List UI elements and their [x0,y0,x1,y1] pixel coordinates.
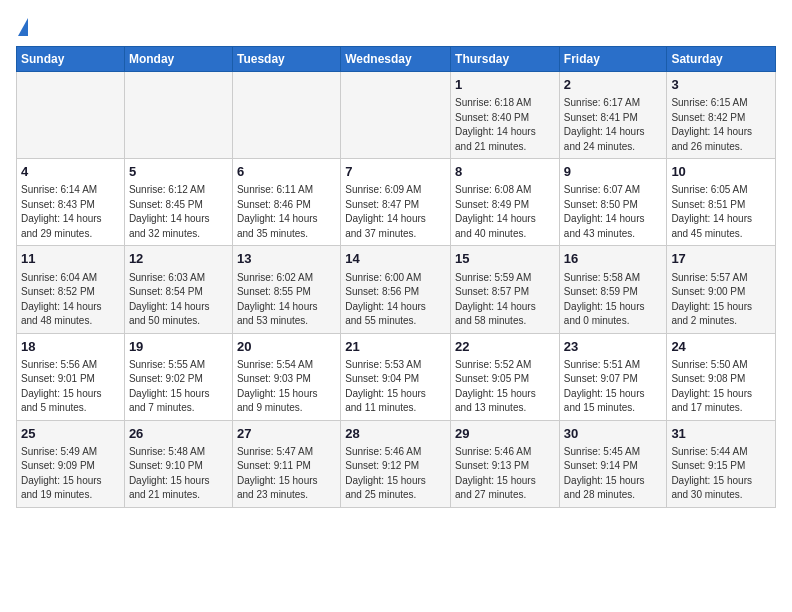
day-number: 24 [671,338,771,356]
calendar-cell: 12Sunrise: 6:03 AM Sunset: 8:54 PM Dayli… [124,246,232,333]
logo-triangle-icon [18,18,28,36]
day-number: 20 [237,338,336,356]
calendar-cell [124,72,232,159]
col-header-monday: Monday [124,47,232,72]
day-info: Sunrise: 5:50 AM Sunset: 9:08 PM Dayligh… [671,358,771,416]
day-number: 3 [671,76,771,94]
day-number: 4 [21,163,120,181]
calendar-cell: 18Sunrise: 5:56 AM Sunset: 9:01 PM Dayli… [17,333,125,420]
col-header-thursday: Thursday [451,47,560,72]
calendar-cell: 21Sunrise: 5:53 AM Sunset: 9:04 PM Dayli… [341,333,451,420]
day-number: 26 [129,425,228,443]
day-info: Sunrise: 6:09 AM Sunset: 8:47 PM Dayligh… [345,183,446,241]
calendar-week-1: 1Sunrise: 6:18 AM Sunset: 8:40 PM Daylig… [17,72,776,159]
calendar-cell: 5Sunrise: 6:12 AM Sunset: 8:45 PM Daylig… [124,159,232,246]
calendar-cell: 16Sunrise: 5:58 AM Sunset: 8:59 PM Dayli… [559,246,667,333]
day-number: 15 [455,250,555,268]
calendar-cell: 10Sunrise: 6:05 AM Sunset: 8:51 PM Dayli… [667,159,776,246]
calendar-cell: 14Sunrise: 6:00 AM Sunset: 8:56 PM Dayli… [341,246,451,333]
calendar-cell: 27Sunrise: 5:47 AM Sunset: 9:11 PM Dayli… [232,420,340,507]
day-number: 14 [345,250,446,268]
day-number: 5 [129,163,228,181]
day-info: Sunrise: 5:44 AM Sunset: 9:15 PM Dayligh… [671,445,771,503]
calendar-cell: 11Sunrise: 6:04 AM Sunset: 8:52 PM Dayli… [17,246,125,333]
day-info: Sunrise: 5:48 AM Sunset: 9:10 PM Dayligh… [129,445,228,503]
calendar-week-3: 11Sunrise: 6:04 AM Sunset: 8:52 PM Dayli… [17,246,776,333]
logo [16,16,28,36]
day-info: Sunrise: 5:53 AM Sunset: 9:04 PM Dayligh… [345,358,446,416]
calendar-cell: 1Sunrise: 6:18 AM Sunset: 8:40 PM Daylig… [451,72,560,159]
calendar-cell: 8Sunrise: 6:08 AM Sunset: 8:49 PM Daylig… [451,159,560,246]
calendar-week-5: 25Sunrise: 5:49 AM Sunset: 9:09 PM Dayli… [17,420,776,507]
day-info: Sunrise: 5:46 AM Sunset: 9:13 PM Dayligh… [455,445,555,503]
day-number: 28 [345,425,446,443]
day-number: 8 [455,163,555,181]
calendar-cell: 3Sunrise: 6:15 AM Sunset: 8:42 PM Daylig… [667,72,776,159]
day-info: Sunrise: 6:02 AM Sunset: 8:55 PM Dayligh… [237,271,336,329]
day-info: Sunrise: 6:12 AM Sunset: 8:45 PM Dayligh… [129,183,228,241]
calendar-cell: 30Sunrise: 5:45 AM Sunset: 9:14 PM Dayli… [559,420,667,507]
col-header-friday: Friday [559,47,667,72]
day-info: Sunrise: 5:45 AM Sunset: 9:14 PM Dayligh… [564,445,663,503]
calendar-cell: 20Sunrise: 5:54 AM Sunset: 9:03 PM Dayli… [232,333,340,420]
day-info: Sunrise: 5:59 AM Sunset: 8:57 PM Dayligh… [455,271,555,329]
day-info: Sunrise: 5:52 AM Sunset: 9:05 PM Dayligh… [455,358,555,416]
day-info: Sunrise: 5:49 AM Sunset: 9:09 PM Dayligh… [21,445,120,503]
day-info: Sunrise: 5:51 AM Sunset: 9:07 PM Dayligh… [564,358,663,416]
day-number: 22 [455,338,555,356]
calendar-cell: 17Sunrise: 5:57 AM Sunset: 9:00 PM Dayli… [667,246,776,333]
day-number: 17 [671,250,771,268]
day-number: 25 [21,425,120,443]
day-number: 16 [564,250,663,268]
calendar-cell: 6Sunrise: 6:11 AM Sunset: 8:46 PM Daylig… [232,159,340,246]
day-number: 27 [237,425,336,443]
day-number: 11 [21,250,120,268]
calendar-cell: 9Sunrise: 6:07 AM Sunset: 8:50 PM Daylig… [559,159,667,246]
day-number: 7 [345,163,446,181]
calendar-table: SundayMondayTuesdayWednesdayThursdayFrid… [16,46,776,508]
day-number: 19 [129,338,228,356]
day-number: 21 [345,338,446,356]
calendar-cell: 31Sunrise: 5:44 AM Sunset: 9:15 PM Dayli… [667,420,776,507]
day-info: Sunrise: 6:14 AM Sunset: 8:43 PM Dayligh… [21,183,120,241]
calendar-cell: 24Sunrise: 5:50 AM Sunset: 9:08 PM Dayli… [667,333,776,420]
day-info: Sunrise: 5:57 AM Sunset: 9:00 PM Dayligh… [671,271,771,329]
day-number: 1 [455,76,555,94]
day-number: 10 [671,163,771,181]
day-info: Sunrise: 6:04 AM Sunset: 8:52 PM Dayligh… [21,271,120,329]
day-info: Sunrise: 6:00 AM Sunset: 8:56 PM Dayligh… [345,271,446,329]
day-info: Sunrise: 5:54 AM Sunset: 9:03 PM Dayligh… [237,358,336,416]
col-header-tuesday: Tuesday [232,47,340,72]
day-number: 9 [564,163,663,181]
calendar-cell: 22Sunrise: 5:52 AM Sunset: 9:05 PM Dayli… [451,333,560,420]
day-number: 6 [237,163,336,181]
col-header-wednesday: Wednesday [341,47,451,72]
calendar-week-2: 4Sunrise: 6:14 AM Sunset: 8:43 PM Daylig… [17,159,776,246]
day-info: Sunrise: 5:55 AM Sunset: 9:02 PM Dayligh… [129,358,228,416]
calendar-cell: 28Sunrise: 5:46 AM Sunset: 9:12 PM Dayli… [341,420,451,507]
day-number: 18 [21,338,120,356]
day-info: Sunrise: 6:17 AM Sunset: 8:41 PM Dayligh… [564,96,663,154]
calendar-cell: 25Sunrise: 5:49 AM Sunset: 9:09 PM Dayli… [17,420,125,507]
day-info: Sunrise: 6:07 AM Sunset: 8:50 PM Dayligh… [564,183,663,241]
day-info: Sunrise: 6:18 AM Sunset: 8:40 PM Dayligh… [455,96,555,154]
calendar-cell [17,72,125,159]
day-number: 31 [671,425,771,443]
calendar-cell: 19Sunrise: 5:55 AM Sunset: 9:02 PM Dayli… [124,333,232,420]
calendar-cell: 29Sunrise: 5:46 AM Sunset: 9:13 PM Dayli… [451,420,560,507]
day-info: Sunrise: 6:05 AM Sunset: 8:51 PM Dayligh… [671,183,771,241]
day-info: Sunrise: 5:47 AM Sunset: 9:11 PM Dayligh… [237,445,336,503]
col-header-saturday: Saturday [667,47,776,72]
calendar-cell [341,72,451,159]
calendar-cell [232,72,340,159]
day-number: 13 [237,250,336,268]
day-number: 29 [455,425,555,443]
day-number: 23 [564,338,663,356]
day-number: 2 [564,76,663,94]
day-info: Sunrise: 6:08 AM Sunset: 8:49 PM Dayligh… [455,183,555,241]
day-info: Sunrise: 6:15 AM Sunset: 8:42 PM Dayligh… [671,96,771,154]
calendar-cell: 15Sunrise: 5:59 AM Sunset: 8:57 PM Dayli… [451,246,560,333]
calendar-week-4: 18Sunrise: 5:56 AM Sunset: 9:01 PM Dayli… [17,333,776,420]
calendar-cell: 26Sunrise: 5:48 AM Sunset: 9:10 PM Dayli… [124,420,232,507]
calendar-cell: 7Sunrise: 6:09 AM Sunset: 8:47 PM Daylig… [341,159,451,246]
